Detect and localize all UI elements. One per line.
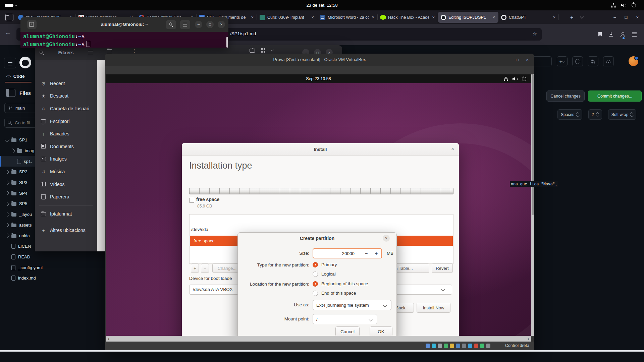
system-tray[interactable] [611,0,636,10]
avatar[interactable] [629,56,638,66]
app-menu-icon[interactable] [632,32,637,37]
sidebar-item[interactable]: ↓ Baixades [35,127,97,140]
back-button[interactable]: ← [5,29,11,37]
radio-option[interactable]: Beginning of this space [313,281,368,287]
status-device-icon[interactable] [468,344,472,348]
vm-clock[interactable]: Sep 23 10:58 [106,74,531,83]
tab-close-icon[interactable]: × [250,15,254,20]
status-device-icon[interactable] [450,344,454,348]
sidebar-item[interactable]: Documents [35,140,97,153]
use-as-dropdown[interactable]: Ext4 journaling file system [313,300,391,310]
tab-close-icon[interactable]: × [492,15,496,20]
restore-button[interactable]: □ [625,15,628,20]
firefox-view-icon[interactable] [5,14,13,21]
file-tree-item[interactable]: _config.yaml [0,262,104,273]
status-device-icon[interactable] [480,344,484,348]
device-row[interactable]: /dev/sda [191,227,208,232]
new-folder-icon[interactable] [250,49,255,53]
vm-horizontal-scrollbar[interactable]: ◂ ▸ [106,336,531,342]
terminal-body[interactable]: alumnat@Ghionoiu:~$alumnat@Ghionoiu:~$ [20,32,228,48]
sidebar-item[interactable]: ★ Destacat [35,90,97,103]
sidebar-item[interactable]: ⌂ Carpeta de l'usuari [35,102,97,115]
list-tabs-chevron-icon[interactable] [580,15,584,18]
scroll-left-arrow[interactable]: ◂ [107,336,109,341]
tab-close-icon[interactable]: × [431,15,435,20]
save-to-pocket-icon[interactable] [598,32,602,37]
radio-option[interactable]: Logical [313,271,337,277]
sidebar-item[interactable]: Escriptori [35,115,97,128]
browser-tab[interactable]: Editing ISOPJ1/SP1 × [438,12,498,23]
status-device-icon[interactable] [444,344,448,348]
browser-tab[interactable]: ChatGPT × [498,12,559,23]
sidebar-item[interactable]: ♫ Música [35,165,97,178]
new-tab-button[interactable]: + [570,14,573,20]
size-input[interactable]: 20000 − + [313,248,382,258]
remove-partition-button[interactable]: − [201,263,209,273]
issues-icon[interactable] [572,56,583,66]
tab-close-icon[interactable]: × [311,15,315,20]
grid-view-icon[interactable] [261,48,265,53]
terminal-scrollbar[interactable] [226,37,228,48]
downloads-icon[interactable] [609,32,613,37]
browser-tab[interactable]: Microsoft Word - 2a co × [317,12,378,23]
inbox-icon[interactable] [603,56,614,66]
sidebar-item[interactable]: Imatges [35,153,97,166]
github-hamburger-button[interactable] [4,58,16,68]
account-icon[interactable] [620,32,625,37]
view-options-chevron-icon[interactable] [271,49,274,51]
cancel-changes-button[interactable]: Cancel changes [546,90,585,102]
tab-code[interactable]: <> Code [6,74,25,79]
browser-tab[interactable]: Curs: 0369- Implant × [257,12,317,23]
sidebar-item-bookmark[interactable]: fptalunmat [35,207,97,220]
close-button[interactable]: × [218,21,225,28]
file-tree-item[interactable]: index.md [0,273,104,284]
free-space-checkbox[interactable] [189,198,194,203]
system-clock[interactable]: 23 de set. 12:58 [0,0,644,10]
ok-button[interactable]: OK [370,326,392,336]
close-button[interactable]: × [636,15,639,20]
bookmark-star-icon[interactable]: ☆ [533,31,537,37]
cancel-button[interactable]: Cancel [335,326,360,336]
browser-tab[interactable]: Hack The Box - Academ × [378,12,438,23]
sidebar-item[interactable]: Paperera [35,190,97,203]
tab-close-icon[interactable]: × [371,15,375,20]
mount-point-combo[interactable]: / [313,314,377,324]
vm-vertical-scrollbar[interactable] [531,74,534,336]
status-device-icon[interactable] [426,344,430,348]
pull-requests-icon[interactable] [588,56,598,66]
vm-screen[interactable]: Sep 23 10:58 Install × Installation type [106,74,531,336]
menu-button[interactable] [180,20,190,29]
close-icon[interactable]: × [383,235,390,242]
create-new-button[interactable]: + [557,56,568,66]
close-icon[interactable]: × [451,146,454,152]
search-button[interactable] [166,20,176,29]
github-logo-icon[interactable] [19,57,31,68]
status-device-icon[interactable] [486,344,490,348]
kebab-icon[interactable]: ⋮ [132,48,137,53]
tab-close-icon[interactable]: × [552,15,556,20]
sidebar-toggle-icon[interactable] [6,89,15,97]
sidebar-item[interactable]: Vídeos [35,178,97,191]
install-now-button[interactable]: Install Now [417,303,450,313]
minimize-button[interactable]: – [195,21,202,28]
status-device-icon[interactable] [462,344,466,348]
radio-option[interactable]: Primary [313,261,337,268]
commit-changes-button[interactable]: Commit changes... [588,90,642,102]
status-device-icon[interactable] [432,344,436,348]
scroll-right-arrow[interactable]: ▸ [528,336,530,341]
editor-setting-select[interactable]: Soft wrap [608,109,637,120]
sidebar-item-other-locations[interactable]: + Altres ubicacions [35,224,97,237]
editor-setting-select[interactable]: Spaces [557,109,582,120]
minimize-button[interactable]: – [506,57,508,62]
file-tree-item[interactable]: READ [0,252,104,262]
status-device-icon[interactable] [438,344,442,348]
maximize-button[interactable]: □ [206,21,214,28]
editor-setting-select[interactable]: 2 [588,109,602,120]
sidebar-item[interactable]: ◷ Recent [35,77,97,90]
spin-down-button[interactable]: − [361,250,371,257]
breadcrumb[interactable]: ⋮ [107,48,137,53]
status-device-icon[interactable] [474,344,478,348]
revert-button[interactable]: Revert [432,263,453,273]
minimize-button[interactable]: – [613,15,616,20]
close-button[interactable]: × [526,57,529,62]
